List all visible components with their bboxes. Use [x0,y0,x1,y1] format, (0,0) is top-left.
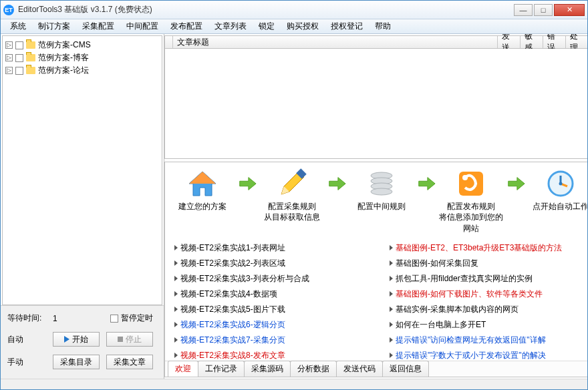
help-link-text[interactable]: 视频-ET2采集实战4-数据项 [180,288,277,300]
tree-item-label: 范例方案-论坛 [38,65,89,76]
bullet-icon [390,260,393,266]
article-grid-body[interactable] [164,49,587,159]
start-button[interactable]: 开始 [53,332,100,347]
arrow-icon [415,168,438,200]
help-link-text[interactable]: 视频-ET2采集实战2-列表区域 [180,258,285,269]
tree-item[interactable]: ▷范例方案-论坛 [5,64,159,77]
scheme-tree[interactable]: ▷范例方案-CMS▷范例方案-博客▷范例方案-论坛 [2,35,162,305]
bullet-icon [174,322,178,327]
help-link[interactable]: 视频-ET2采集实战4-数据项 [174,286,374,302]
menu-item-4[interactable]: 发布配置 [165,19,208,33]
stop-button[interactable]: 停止 [106,332,153,347]
workflow-step-5[interactable]: 点开始自动工作 [527,168,587,221]
help-link-text[interactable]: 如何在一台电脑上多开ET [396,319,486,331]
menu-item-1[interactable]: 制订方案 [33,19,76,33]
help-link[interactable]: 基础实例-采集脚本加载内容的网页 [390,302,587,317]
bullet-icon [174,291,178,297]
help-link[interactable]: 视频-ET2采集实战3-列表分析与合成 [174,271,374,286]
grid-col-process[interactable]: 处理 [566,36,587,48]
maximize-button[interactable]: □ [534,4,553,16]
workflow-step-2[interactable]: 配置采集规则从目标获取信息 [259,168,325,222]
help-link-text[interactable]: 视频-ET2采集实战5-图片下载 [180,304,285,315]
checkbox-icon[interactable] [15,41,23,49]
expand-icon[interactable]: ▷ [5,41,13,49]
step-icon [545,168,577,200]
bullet-icon [174,245,178,250]
tab-5[interactable]: 返回信息 [382,361,429,377]
tree-item[interactable]: ▷范例方案-CMS [5,39,159,51]
grid-col-sensitive[interactable]: 敏感 [521,36,543,48]
grid-col-error[interactable]: 错误 [543,36,566,48]
folder-icon [26,67,35,74]
menu-item-5[interactable]: 文章列表 [209,19,252,33]
help-link-text[interactable]: 提示错误"字数大于或小于发布设置"的解决 [396,350,546,361]
help-link[interactable]: 视频-ET2采集实战2-列表区域 [174,256,374,271]
svg-point-14 [559,182,563,186]
help-link[interactable]: 抓包工具-用fildder查找真实网址的实例 [390,271,587,286]
help-link[interactable]: 基础图例-如何下载图片、软件等各类文件 [390,286,587,302]
tab-0[interactable]: 欢迎 [168,361,198,377]
arrow-icon [236,168,259,200]
step-caption: 配置中间规则 [357,201,406,221]
help-link-text[interactable]: 视频-ET2采集实战7-采集分页 [180,335,285,346]
help-link[interactable]: 视频-ET2采集实战7-采集分页 [174,333,374,348]
step-caption: 建立您的方案 [178,201,227,221]
expand-icon[interactable]: ▷ [5,54,13,61]
help-link-text[interactable]: 提示错误"访问检查网址无有效返回值"详解 [396,335,546,346]
tab-1[interactable]: 工作记录 [198,361,245,377]
help-link-text[interactable]: 视频-ET2采集实战1-列表网址 [180,242,285,254]
pause-timer-label: 暂停定时 [121,313,153,324]
arrow-icon [325,168,348,200]
help-link-text[interactable]: 基础实例-采集脚本加载内容的网页 [396,304,519,315]
pause-timer-checkbox[interactable]: 暂停定时 [110,313,153,324]
links-column-right: 基础图例-ET2、ET3beta升级ET3基础版的方法基础图例-如何采集回复抓包… [390,240,587,358]
manual-label: 手动 [7,357,46,368]
help-link-text[interactable]: 基础图例-如何下载图片、软件等各类文件 [396,288,543,300]
tab-4[interactable]: 发送代码 [336,361,383,377]
tree-item[interactable]: ▷范例方案-博客 [5,51,159,64]
help-link-text[interactable]: 视频-ET2采集实战8-发布文章 [180,350,285,361]
menu-item-6[interactable]: 锁定 [253,19,280,33]
workflow-step-1[interactable]: 建立您的方案 [169,168,236,221]
help-link-text[interactable]: 视频-ET2采集实战3-列表分析与合成 [180,273,309,284]
help-link[interactable]: 基础图例-如何采集回复 [390,256,587,271]
minimize-button[interactable]: — [514,4,533,16]
help-link[interactable]: 如何在一台电脑上多开ET [390,317,587,333]
bullet-icon [174,276,178,281]
grid-col-title[interactable]: 文章标题 [173,36,498,48]
tab-3[interactable]: 分析数据 [290,361,337,377]
menu-item-9[interactable]: 帮助 [370,19,396,33]
menu-item-2[interactable]: 采集配置 [77,19,120,33]
tab-2[interactable]: 采集源码 [244,361,291,377]
window-controls: — □ ✕ [514,4,585,16]
checkbox-icon[interactable] [15,67,23,75]
menu-item-7[interactable]: 购买授权 [281,19,324,33]
article-grid-header: 文章标题 发送 敏感 错误 处理 [164,35,587,49]
workflow-step-4[interactable]: 配置发布规则将信息添加到您的网站 [438,168,504,234]
help-link[interactable]: 视频-ET2采集实战8-发布文章 [174,348,374,361]
close-button[interactable]: ✕ [554,4,585,16]
svg-point-8 [371,188,392,195]
menu-item-8[interactable]: 授权登记 [325,19,368,33]
help-link-text[interactable]: 基础图例-如何采集回复 [396,258,478,269]
arrow-icon [504,168,527,200]
expand-icon[interactable]: ▷ [5,67,13,74]
help-link[interactable]: 视频-ET2采集实战1-列表网址 [174,240,374,256]
menu-item-0[interactable]: 系统 [5,19,31,33]
help-link[interactable]: 视频-ET2采集实战5-图片下载 [174,302,374,317]
help-link-text[interactable]: 抓包工具-用fildder查找真实网址的实例 [396,273,533,284]
checkbox-icon[interactable] [15,54,23,62]
menu-item-3[interactable]: 中间配置 [121,19,164,33]
wait-time-value: 1 [53,314,77,323]
collect-article-button[interactable]: 采集文章 [106,355,153,369]
grid-col-send[interactable]: 发送 [498,36,521,48]
help-link[interactable]: 提示错误"字数大于或小于发布设置"的解决 [390,348,587,361]
workflow-step-3[interactable]: 配置中间规则 [348,168,415,221]
help-link[interactable]: 提示错误"访问检查网址无有效返回值"详解 [390,333,587,348]
help-link-text[interactable]: 视频-ET2采集实战6-逻辑分页 [180,319,285,331]
help-link[interactable]: 视频-ET2采集实战6-逻辑分页 [174,317,374,333]
help-link-text[interactable]: 基础图例-ET2、ET3beta升级ET3基础版的方法 [396,242,562,254]
collect-dir-button[interactable]: 采集目录 [53,355,100,369]
help-link[interactable]: 基础图例-ET2、ET3beta升级ET3基础版的方法 [390,240,587,256]
step-caption: 配置采集规则从目标获取信息 [264,201,320,222]
